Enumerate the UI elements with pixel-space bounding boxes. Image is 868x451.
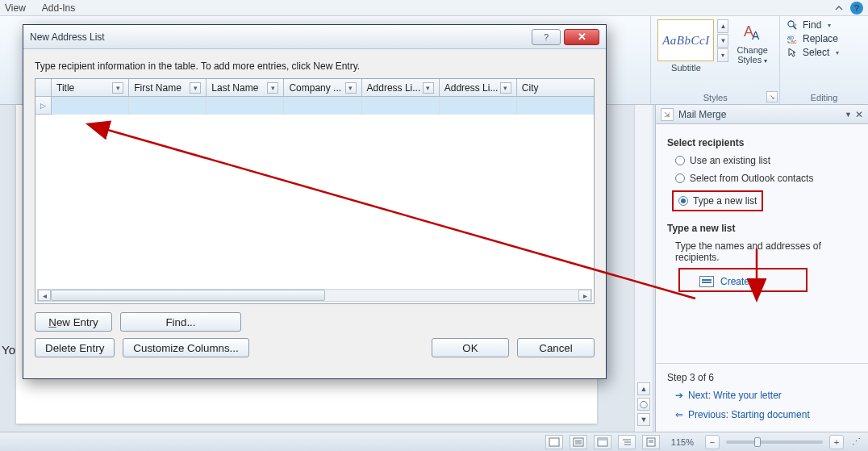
svg-rect-12 [598,438,607,441]
chevron-down-icon[interactable]: ▾ [267,82,278,94]
svg-point-2 [788,21,794,27]
replace-button[interactable]: abac Replace [787,33,862,44]
grid-cell[interactable] [129,97,207,115]
pane-menu-icon[interactable]: ▼ [845,111,852,119]
dialog-title: New Address List [30,31,105,43]
view-draft-icon[interactable] [642,435,660,449]
change-styles-button[interactable]: AA Change Styles ▾ [732,19,773,67]
zoom-out-button[interactable]: − [705,435,720,449]
new-address-list-dialog: New Address List ? ✕ Type recipient info… [23,24,607,379]
style-gallery-item[interactable]: AaBbCcI [657,19,714,61]
grid-col-address1[interactable]: Address Li...▾ [362,79,440,96]
scroll-right-icon[interactable]: ▸ [578,290,591,301]
menu-view[interactable]: View [5,2,26,14]
resize-grip-icon[interactable]: ⋰ [850,436,862,447]
dialog-help-button[interactable]: ? [532,29,561,45]
grid-col-company[interactable]: Company ...▾ [284,79,361,96]
status-bar: 115% − + ⋰ [0,432,868,451]
grid-col-city[interactable]: City [517,79,594,96]
next-step-link[interactable]: ➔Next: Write your letter [675,390,857,401]
chevron-down-icon[interactable]: ▾ [500,82,511,94]
view-full-screen-icon[interactable] [570,435,587,449]
grid-header: Title▾ First Name▾ Last Name▾ Company ..… [35,79,594,97]
pane-footer: Step 3 of 6 ➔Next: Write your letter ⇐Pr… [656,363,868,432]
vertical-scrollbar[interactable]: ▲ ◯ ▼ [634,105,653,432]
pane-header: ⇲ Mail Merge ▼ ✕ [656,105,868,124]
styles-dialog-launcher[interactable]: ↘ [766,91,778,102]
radio-outlook-contacts[interactable]: Select from Outlook contacts [675,173,857,184]
dialog-close-button[interactable]: ✕ [564,29,599,45]
menu-addins[interactable]: Add-Ins [42,2,75,14]
chevron-down-icon[interactable]: ▾ [423,82,434,94]
grid-col-lastname[interactable]: Last Name▾ [207,79,284,96]
svg-text:A: A [752,29,760,42]
pane-close-icon[interactable]: ✕ [855,109,863,120]
grid-cell[interactable] [440,97,517,115]
scroll-left-icon[interactable]: ◂ [38,290,51,301]
ribbon-group-label: Styles [657,90,773,102]
minimize-ribbon-icon[interactable] [834,3,844,13]
chevron-down-icon[interactable]: ▾ [345,82,357,94]
create-list-icon [699,276,714,287]
dialog-titlebar[interactable]: New Address List ? ✕ [23,25,606,49]
mail-merge-pane: ⇲ Mail Merge ▼ ✕ Select recipients Use a… [655,105,868,432]
style-gallery-label: Subtitle [671,63,701,73]
type-new-list-heading: Type a new list [667,223,857,234]
customize-columns-button[interactable]: Customize Columns... [123,338,248,357]
radio-existing-list[interactable]: Use an existing list [675,155,857,166]
ribbon-group-label: Editing [787,90,862,102]
grid-row[interactable]: ▷ [35,97,594,115]
radio-type-new-list[interactable]: Type a new list [678,195,757,207]
grid-col-title[interactable]: Title▾ [52,79,129,96]
ribbon-group-editing: Find▾ abac Replace Select▾ Editing [779,16,868,104]
prev-step-link[interactable]: ⇐Previous: Starting document [675,409,857,420]
dialog-instruction: Type recipient information in the table.… [35,61,595,72]
grid-cell[interactable] [207,97,284,115]
help-icon[interactable]: ? [850,2,863,15]
zoom-in-button[interactable]: + [829,435,844,449]
svg-rect-6 [549,438,559,446]
svg-text:ac: ac [791,39,797,44]
menu-bar: View Add-Ins ? [0,0,868,16]
select-recipients-heading: Select recipients [667,137,857,148]
select-button[interactable]: Select▾ [787,47,862,58]
grid-cell[interactable] [362,97,440,115]
delete-entry-button[interactable]: Delete Entry [35,338,115,357]
type-new-list-desc: Type the names and addresses of recipien… [675,240,857,263]
address-grid[interactable]: Title▾ First Name▾ Last Name▾ Company ..… [35,78,595,304]
row-selector-icon[interactable]: ▷ [35,97,52,115]
ok-button[interactable]: OK [432,338,509,357]
grid-col-address2[interactable]: Address Li...▾ [440,79,517,96]
zoom-level[interactable]: 115% [671,437,694,447]
view-web-layout-icon[interactable] [594,435,611,449]
pane-pin-icon[interactable]: ⇲ [661,108,674,121]
zoom-slider[interactable] [726,441,823,444]
chevron-down-icon[interactable]: ▾ [190,82,201,94]
step-label: Step 3 of 6 [667,372,857,383]
find-button-dialog[interactable]: Find... [120,312,241,332]
create-button[interactable]: Create... [699,276,757,287]
view-outline-icon[interactable] [618,435,636,449]
grid-horizontal-scrollbar[interactable]: ◂ ▸ [37,289,592,302]
grid-cell[interactable] [284,97,361,115]
browse-object-icon[interactable]: ◯ [637,398,650,411]
find-button[interactable]: Find▾ [787,19,862,31]
view-print-layout-icon[interactable] [545,435,563,449]
style-gallery-scroll[interactable]: ▲▼▾ [717,19,728,62]
prev-page-icon[interactable]: ▲ [637,382,650,395]
next-page-icon[interactable]: ▼ [637,413,650,426]
grid-cell[interactable] [52,97,129,115]
grid-cell[interactable] [517,97,594,115]
pane-title: Mail Merge [678,109,726,120]
ribbon-group-styles: AaBbCcI Subtitle ▲▼▾ AA Change Styles ▾ … [650,16,779,104]
grid-col-firstname[interactable]: First Name▾ [129,79,207,96]
cancel-button[interactable]: Cancel [517,338,595,357]
new-entry-button[interactable]: New Entry [35,312,112,332]
chevron-down-icon[interactable]: ▾ [112,82,123,94]
document-text-fragment: Yo [2,343,15,357]
